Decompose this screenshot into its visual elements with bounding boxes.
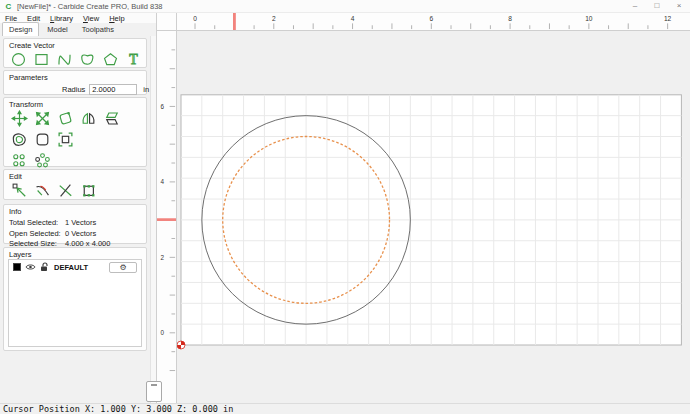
title-bar: C [NewFile]* - Carbide Create PRO, Build… [0, 0, 690, 13]
cursor-x-marker [233, 13, 236, 30]
mode-tabs: Design Model Toolpaths [0, 23, 156, 36]
create-vector-title: Create Vector [4, 39, 146, 50]
scroll-corner-widget[interactable] [146, 381, 162, 402]
tab-model[interactable]: Model [41, 23, 73, 36]
tab-toolpaths[interactable]: Toolpaths [76, 23, 120, 36]
rotate-button[interactable] [55, 110, 75, 127]
move-button[interactable] [9, 110, 29, 127]
parameters-section: Parameters Radius in [3, 70, 147, 95]
rectangle-icon [33, 51, 50, 68]
info-label: Open Selected: [9, 229, 65, 238]
create-rectangle-button[interactable] [32, 51, 52, 68]
svg-text:4: 4 [161, 178, 165, 185]
radius-input[interactable] [89, 84, 137, 95]
mirror-button[interactable] [78, 110, 98, 127]
create-text-button[interactable]: T [123, 51, 143, 68]
node-select-icon [11, 182, 28, 199]
transform-section: Transform [3, 97, 147, 167]
edit-nodes-button[interactable] [78, 182, 98, 199]
layers-section: Layers DEFAULT ⚙ [3, 247, 147, 351]
edit-section: Edit [3, 169, 147, 200]
svg-text:12: 12 [664, 15, 672, 22]
grip-icon [151, 384, 157, 386]
parameters-title: Parameters [4, 71, 146, 82]
close-button[interactable]: × [668, 0, 690, 12]
nest-button[interactable] [55, 131, 75, 148]
layer-lock-icon[interactable] [40, 262, 49, 272]
svg-text:6: 6 [161, 103, 165, 110]
menu-library[interactable]: Library [45, 14, 78, 23]
svg-text:10: 10 [585, 15, 593, 22]
maximize-button[interactable]: □ [646, 0, 668, 12]
create-circle-button[interactable] [9, 51, 29, 68]
skew-icon [103, 110, 120, 127]
cursor-position-readout: Cursor Position X: 1.000 Y: 3.000 Z: 0.0… [3, 404, 233, 414]
circular-array-button[interactable] [32, 152, 52, 169]
layers-title: Layers [4, 248, 146, 259]
fillet-button[interactable] [32, 131, 52, 148]
edit-nodes-icon [80, 182, 97, 199]
circular-array-icon [34, 152, 51, 169]
svg-text:2: 2 [161, 254, 165, 261]
origin-marker [177, 341, 185, 349]
design-sidebar: Create Vector T [0, 36, 150, 403]
trim-button[interactable] [55, 182, 75, 199]
radius-label: Radius [62, 85, 85, 94]
nest-icon [57, 131, 74, 148]
design-canvas[interactable] [177, 31, 690, 403]
linear-array-icon [11, 152, 28, 169]
info-section: Info Total Selected: 1 Vectors Open Sele… [3, 204, 147, 244]
layer-name: DEFAULT [54, 263, 88, 272]
layers-list: DEFAULT ⚙ [8, 259, 142, 347]
svg-text:6: 6 [429, 15, 433, 22]
curve-edit-button[interactable] [32, 182, 52, 199]
create-curve-button[interactable] [55, 51, 75, 68]
application-window: C [NewFile]* - Carbide Create PRO, Build… [0, 0, 690, 414]
trim-icon [57, 182, 74, 199]
info-open-selected: Open Selected: 0 Vectors [4, 229, 146, 240]
text-icon: T [125, 51, 142, 68]
move-icon [11, 110, 28, 127]
cursor-y-marker [157, 218, 176, 221]
edit-title: Edit [4, 170, 146, 181]
node-select-button[interactable] [9, 182, 29, 199]
status-bar: Cursor Position X: 1.000 Y: 3.000 Z: 0.0… [0, 403, 690, 414]
ruler-corner [156, 13, 177, 31]
linear-array-button[interactable] [9, 152, 29, 169]
tab-design[interactable]: Design [2, 22, 39, 36]
info-value: 0 Vectors [65, 229, 96, 238]
skew-button[interactable] [101, 110, 121, 127]
layer-row[interactable]: DEFAULT ⚙ [9, 260, 141, 274]
svg-text:T: T [129, 52, 138, 67]
menu-view[interactable]: View [78, 14, 104, 23]
svg-text:0: 0 [161, 329, 165, 336]
info-title: Info [4, 205, 146, 218]
create-polygon-button[interactable] [100, 51, 120, 68]
svg-text:8: 8 [508, 15, 512, 22]
layer-visibility-icon[interactable] [25, 263, 36, 271]
rotate-icon [57, 110, 74, 127]
minimize-button[interactable]: – [624, 0, 646, 12]
svg-text:0: 0 [193, 15, 197, 22]
polygon-icon [102, 51, 119, 68]
scale-icon [34, 110, 51, 127]
info-label: Total Selected: [9, 218, 65, 227]
create-closed-curve-button[interactable] [77, 51, 97, 68]
menu-help[interactable]: Help [104, 14, 129, 23]
mirror-icon [80, 110, 97, 127]
offset-button[interactable] [9, 131, 29, 148]
svg-text:2: 2 [272, 15, 276, 22]
offset-icon [11, 131, 28, 148]
horizontal-ruler: 024681012 [177, 13, 690, 31]
vertical-ruler: 6420 [156, 31, 177, 403]
layer-color-swatch[interactable] [13, 263, 21, 271]
radius-unit-label: in [143, 85, 149, 94]
layer-settings-button[interactable]: ⚙ [109, 262, 137, 273]
scale-button[interactable] [32, 110, 52, 127]
curve-edit-icon [34, 182, 51, 199]
circle-icon [10, 51, 27, 68]
curve-icon [56, 51, 73, 68]
transform-title: Transform [4, 98, 146, 109]
create-vector-section: Create Vector T [3, 38, 147, 68]
app-logo-icon: C [4, 2, 13, 11]
